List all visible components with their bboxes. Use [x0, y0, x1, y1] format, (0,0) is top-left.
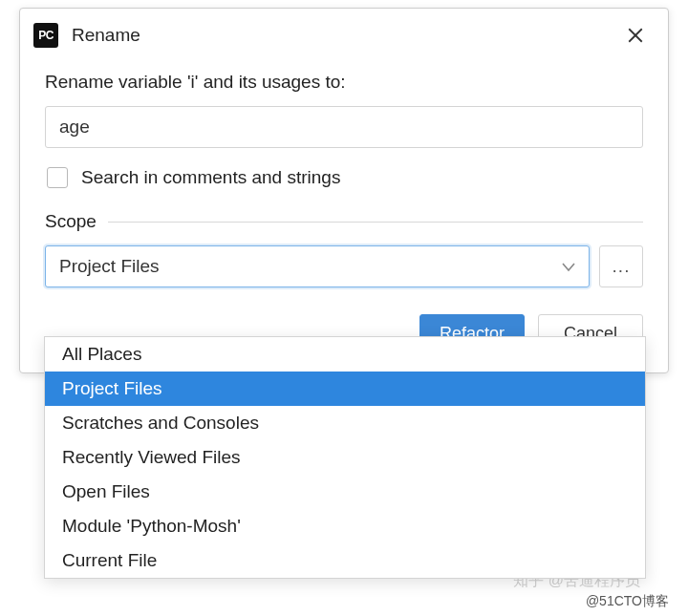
scope-option-recently-viewed[interactable]: Recently Viewed Files [45, 440, 645, 475]
chevron-down-icon [562, 256, 575, 277]
dialog-title: Rename [72, 25, 618, 46]
dialog-body: Rename variable 'i' and its usages to: S… [20, 58, 668, 372]
watermark-51cto: @51CTO博客 [586, 593, 669, 610]
scope-header: Scope [45, 211, 643, 232]
close-button[interactable] [618, 18, 653, 53]
search-comments-label: Search in comments and strings [81, 167, 340, 188]
scope-divider [108, 222, 643, 223]
scope-select-row: Project Files ... [45, 245, 643, 287]
scope-dropdown-popup: All Places Project Files Scratches and C… [44, 336, 646, 579]
scope-option-current-file[interactable]: Current File [45, 543, 645, 578]
scope-option-scratches[interactable]: Scratches and Consoles [45, 406, 645, 440]
scope-option-project-files[interactable]: Project Files [45, 372, 645, 406]
close-icon [627, 27, 644, 44]
titlebar: PC Rename [20, 9, 668, 58]
scope-option-all-places[interactable]: All Places [45, 337, 645, 372]
search-comments-row: Search in comments and strings [45, 167, 643, 188]
scope-option-open-files[interactable]: Open Files [45, 475, 645, 509]
scope-dropdown[interactable]: Project Files [45, 245, 590, 287]
search-comments-checkbox[interactable] [47, 167, 68, 188]
scope-option-module[interactable]: Module 'Python-Mosh' [45, 509, 645, 543]
scope-label: Scope [45, 211, 97, 232]
rename-prompt: Rename variable 'i' and its usages to: [45, 72, 643, 93]
scope-dropdown-value: Project Files [59, 256, 160, 277]
rename-dialog: PC Rename Rename variable 'i' and its us… [19, 8, 669, 373]
scope-more-button[interactable]: ... [599, 245, 643, 287]
pycharm-icon: PC [33, 23, 58, 48]
new-name-input[interactable] [45, 106, 643, 148]
